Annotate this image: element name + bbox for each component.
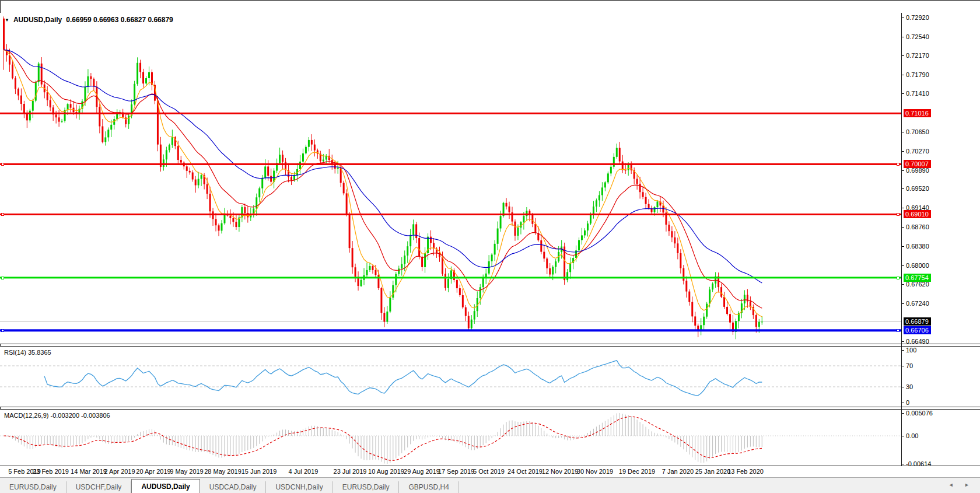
price-tick-label: 0.72920 [906, 14, 929, 21]
chart-tab-gbpusd-h4[interactable]: GBPUSD,H4 [399, 481, 459, 493]
level-price-label: 0.70007 [904, 160, 931, 168]
ma-45-line [4, 50, 762, 283]
rsi-label: RSI(14) 35.8365 [4, 349, 51, 356]
price-tick [902, 341, 904, 342]
price-tick-label: 0.72540 [906, 33, 929, 40]
line-handle[interactable] [897, 277, 900, 279]
macd-tick-label: 0.00 [906, 432, 918, 439]
price-tick [902, 246, 904, 247]
macd-panel[interactable]: MACD(12,26,9) -0.003200 -0.003806 [0, 410, 980, 465]
line-handle[interactable] [1, 163, 4, 166]
quote-values: 0.66959 0.66963 0.66827 0.66879 [66, 16, 173, 24]
line-handle[interactable] [1, 277, 4, 279]
price-tick-label: 0.68380 [906, 243, 929, 250]
line-handle[interactable] [1, 329, 4, 332]
macd-label: MACD(12,26,9) -0.003200 -0.003806 [4, 412, 110, 419]
price-tick [902, 188, 904, 189]
tab-scroll-arrows: ◄ ► [949, 482, 974, 488]
price-tick-label: 0.71410 [906, 90, 929, 97]
price-tick [902, 55, 904, 56]
macd-tick [902, 413, 904, 414]
date-label: 15 Jun 2019 [235, 468, 284, 475]
rsi-tick-label: 100 [906, 347, 916, 354]
ma-18-line [4, 50, 762, 308]
rsi-tick [902, 350, 904, 351]
price-tick [902, 75, 904, 75]
date-label: 13 Feb 2020 [721, 468, 770, 475]
macd-tick-label: -0.00614 [906, 460, 931, 467]
price-tick [902, 132, 904, 132]
rsi-tick [902, 366, 904, 366]
price-tick [902, 284, 904, 285]
rsi-tick-label: 0 [906, 399, 909, 406]
macd-chart [0, 410, 902, 465]
current-price-label: 0.66879 [904, 317, 931, 326]
tab-scroll-right-icon[interactable]: ► [964, 482, 974, 488]
price-tick [902, 208, 904, 208]
price-tick-label: 0.72170 [906, 52, 929, 59]
price-tick-label: 0.69520 [906, 185, 929, 192]
macd-tick [902, 464, 904, 464]
price-tick [902, 93, 904, 94]
price-tick [902, 227, 904, 228]
chart-tab-bar: EURUSD,DailyUSDCHF,DailyAUDUSD,DailyUSDC… [0, 477, 980, 493]
price-tick [902, 303, 904, 304]
line-handle[interactable] [897, 163, 900, 166]
price-tick [902, 265, 904, 266]
price-tick-label: 0.67240 [906, 300, 929, 307]
date-label: 4 Jul 2019 [279, 468, 328, 475]
panel-separator[interactable] [0, 409, 980, 410]
chart-title: ▼ AUDUSD,Daily 0.66959 0.66963 0.66827 0… [5, 16, 173, 24]
hline-0.66706[interactable] [0, 329, 902, 331]
price-tick [902, 151, 904, 152]
hline-0.69010[interactable] [0, 214, 902, 215]
chart-tab-usdchf-daily[interactable]: USDCHF,Daily [66, 481, 132, 493]
chart-tab-eurusd-daily[interactable]: EURUSD,Daily [0, 481, 66, 493]
date-axis: 5 Feb 201923 Feb 201914 Mar 20192 Apr 20… [0, 466, 980, 477]
panel-separator[interactable] [0, 346, 980, 347]
price-tick [902, 170, 904, 171]
rsi-tick-label: 30 [906, 383, 913, 390]
price-tick-label: 0.68000 [906, 262, 929, 269]
rsi-tick-label: 70 [906, 362, 913, 369]
price-tick-label: 0.70650 [906, 128, 929, 135]
candlestick-chart[interactable] [0, 13, 902, 344]
main-chart-panel[interactable]: ▼ AUDUSD,Daily 0.66959 0.66963 0.66827 0… [0, 13, 980, 344]
symbol-label: AUDUSD,Daily [13, 16, 62, 24]
panel-separator[interactable] [0, 344, 980, 344]
level-price-label: 0.66706 [904, 326, 931, 334]
mt4-window: T ❖ ▼ M1M5M15M30H1H4D1W1MN ▼ AUDUSD,Dail… [0, 0, 980, 493]
hline-0.71016[interactable] [0, 113, 902, 114]
hline-0.67754[interactable] [0, 277, 902, 278]
tab-scroll-left-icon[interactable]: ◄ [949, 482, 958, 488]
rsi-tick [902, 403, 904, 403]
level-price-label: 0.69010 [904, 210, 931, 218]
price-tick-label: 0.70270 [906, 148, 929, 155]
hline-0.70007[interactable] [0, 163, 902, 165]
rsi-panel[interactable]: RSI(14) 35.8365 [0, 347, 980, 407]
price-tick-label: 0.66490 [906, 338, 929, 345]
macd-tick-label: 0.005076 [906, 410, 933, 417]
chart-tab-usdcad-daily[interactable]: USDCAD,Daily [200, 481, 267, 493]
level-price-label: 0.67754 [904, 274, 931, 282]
rsi-chart [0, 347, 902, 407]
line-handle[interactable] [1, 213, 4, 216]
price-tick-label: 0.71790 [906, 71, 929, 78]
chart-menu-icon[interactable]: ▼ [5, 18, 9, 23]
candles-layer [3, 16, 763, 339]
price-axis-line [901, 13, 902, 466]
chart-tab-eurusd-daily[interactable]: EURUSD,Daily [333, 481, 400, 493]
macd-signal-line [4, 417, 762, 460]
chart-tab-usdcnh-daily[interactable]: USDCNH,Daily [266, 481, 332, 493]
price-tick [902, 18, 904, 18]
chart-tab-audusd-daily[interactable]: AUDUSD,Daily [131, 479, 200, 493]
price-tick [902, 37, 904, 37]
macd-tick [902, 436, 904, 436]
price-tick-label: 0.68760 [906, 223, 929, 230]
macd-histogram [4, 413, 762, 464]
panel-separator[interactable] [0, 407, 980, 407]
line-handle[interactable] [897, 329, 900, 332]
rsi-tick [902, 387, 904, 387]
level-price-label: 0.71016 [904, 109, 931, 117]
line-handle[interactable] [897, 213, 900, 216]
